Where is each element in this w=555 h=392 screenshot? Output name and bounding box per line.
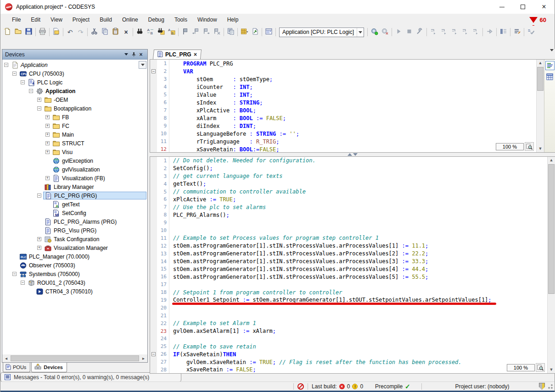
minimize-button[interactable] <box>491 0 512 14</box>
stop-button[interactable] <box>404 27 415 38</box>
scroll-down-icon[interactable]: ▼ <box>537 145 544 152</box>
implementation-line-28[interactable]: 28 xSaveRetain := FALSE; <box>150 366 547 373</box>
declaration-zoom-level[interactable]: 100 % <box>496 143 524 150</box>
implementation-line-10[interactable]: 10 <box>150 226 547 234</box>
scroll-up-icon[interactable]: ▲ <box>548 157 555 164</box>
implementation-line-22[interactable]: 22// Example to set Alarm 1 <box>150 320 547 327</box>
delete-button[interactable]: × <box>121 27 131 38</box>
menu-item-tools[interactable]: Tools <box>169 15 192 25</box>
logout-button[interactable] <box>380 27 390 38</box>
expand-icon[interactable]: + <box>37 98 41 102</box>
implementation-line-21[interactable]: 21 <box>150 312 547 320</box>
login-button[interactable] <box>369 27 380 38</box>
replace-in-project-button[interactable]: AB <box>166 27 177 38</box>
implementation-line-3[interactable]: 3// get current language for texts <box>150 172 547 180</box>
declaration-line-1[interactable]: 1PROGRAM PLC_PRG <box>150 60 536 67</box>
undo-button[interactable]: ↶ <box>65 27 75 38</box>
print-button[interactable] <box>37 27 48 38</box>
new-object-button[interactable] <box>239 27 250 38</box>
show-next-statement-button[interactable] <box>484 27 495 38</box>
tree-item-bootapplication[interactable]: −Bootapplication <box>2 104 147 113</box>
maximize-button[interactable] <box>512 0 533 14</box>
previous-bookmark-button[interactable] <box>191 27 201 38</box>
implementation-line-16[interactable]: 16stOem.astProgramGenerator[1].stIN.stPr… <box>150 273 547 281</box>
watch-list-button[interactable] <box>512 27 522 38</box>
implementation-line-7[interactable]: 7// Use the plc to set alarms <box>150 203 547 211</box>
scroll-up-icon[interactable]: ▲ <box>537 60 544 66</box>
find-button[interactable] <box>135 27 145 38</box>
implementation-line-23[interactable]: 23gvlOem.axSetAlarm[1] := xAlarm; <box>150 327 547 335</box>
tab-plc-prg[interactable]: PLC_PRG × <box>153 50 202 59</box>
menu-item-debug[interactable]: Debug <box>143 15 169 25</box>
declaration-line-2[interactable]: −2VAR <box>150 67 536 75</box>
implementation-line-24[interactable]: 24 <box>150 335 547 342</box>
menu-item-build[interactable]: Build <box>95 15 117 25</box>
tabular-view-button[interactable] <box>545 72 555 81</box>
tree-item-main[interactable]: +Main <box>2 130 147 139</box>
step-out-button[interactable] <box>449 27 460 38</box>
redo-button[interactable]: ↷ <box>75 27 86 38</box>
declaration-line-5[interactable]: 5 iValue : INT; <box>150 91 536 99</box>
expand-icon[interactable]: + <box>45 124 50 128</box>
implementation-line-5[interactable]: 5// communication to controller availabl… <box>150 188 547 196</box>
expand-icon[interactable]: + <box>45 176 50 180</box>
combo-dropdown-icon[interactable] <box>357 28 364 37</box>
declaration-line-8[interactable]: 8 xAlarm : BOOL := FALSE; <box>150 114 536 122</box>
replace-button[interactable]: AB <box>145 27 156 38</box>
declaration-scrollbar[interactable]: ▲ ▼ <box>536 60 544 152</box>
page-setup-button[interactable] <box>51 27 62 38</box>
tree-item-plc-prg-prg[interactable]: −PLC_PRG (PRG) <box>2 191 147 200</box>
implementation-line-19[interactable]: 19Controller1_Setpoint := stOem.astProgr… <box>150 296 547 304</box>
save-project-button[interactable] <box>23 27 34 38</box>
declaration-zoom-icon[interactable] <box>525 142 534 151</box>
implementation-line-4[interactable]: 4getText(); <box>150 180 547 188</box>
step-into-button[interactable] <box>439 27 449 38</box>
tree-filter-dropdown[interactable] <box>139 61 146 69</box>
expand-icon[interactable]: + <box>45 141 50 145</box>
build-button[interactable] <box>263 27 274 38</box>
implementation-line-2[interactable]: 2SetConfig(); <box>150 165 547 172</box>
fold-collapse-icon[interactable]: − <box>151 352 156 356</box>
find-in-project-button[interactable] <box>156 27 166 38</box>
collapse-icon[interactable]: − <box>37 193 41 198</box>
breakpoints-button[interactable] <box>415 27 425 38</box>
tab-close-icon[interactable]: × <box>194 51 197 58</box>
implementation-line-15[interactable]: 15stOem.astProgramGenerator[1].stIN.stPr… <box>150 265 547 273</box>
scroll-left-icon[interactable]: ◂ <box>2 356 10 361</box>
open-project-button[interactable] <box>13 27 23 38</box>
expand-icon[interactable]: + <box>45 150 50 154</box>
static-analysis-button[interactable] <box>526 27 536 38</box>
collapse-icon[interactable]: − <box>4 63 8 67</box>
tab-list-dropdown[interactable] <box>550 51 554 60</box>
devices-panel-header[interactable]: Devices × <box>2 50 147 60</box>
next-bookmark-button[interactable] <box>201 27 212 38</box>
add-object-button[interactable] <box>250 27 260 38</box>
view-tab-devices[interactable]: Devices <box>31 363 67 372</box>
close-button[interactable]: × <box>533 0 555 14</box>
tree-item-fc[interactable]: +FC <box>2 121 147 130</box>
tree-item-gettext[interactable]: AgetText <box>2 200 147 209</box>
cut-button[interactable] <box>89 27 100 38</box>
implementation-zoom-level[interactable]: 100 % <box>507 364 535 371</box>
implementation-line-18[interactable]: 18// Setpoint 1 from program controller … <box>150 288 547 296</box>
tree-item-library-manager[interactable]: Library Manager <box>2 182 147 191</box>
implementation-zoom-icon[interactable] <box>536 363 545 372</box>
tree-item-visualization-manager[interactable]: +Visualization Manager <box>2 243 147 252</box>
tree-item-prg-visu-prg[interactable]: PRG_Visu (PRG) <box>2 226 147 235</box>
menu-item-edit[interactable]: Edit <box>26 15 45 25</box>
declaration-line-11[interactable]: 11 rTrigLanguage : R_TRIG; <box>150 138 536 145</box>
implementation-line-25[interactable]: 25// Example to save retain <box>150 342 547 350</box>
tree-item-task-configuration[interactable]: +Task Configuration <box>2 235 147 243</box>
textual-view-button[interactable] <box>545 61 555 70</box>
tree-item-struct[interactable]: +STRUCT <box>2 139 147 148</box>
messages-bar[interactable]: Messages - Total 0 error(s), 0 warning(s… <box>0 372 181 382</box>
editor-splitter[interactable] <box>150 153 555 156</box>
implementation-line-14[interactable]: 14stOem.astProgramGenerator[1].stIN.stPr… <box>150 258 547 265</box>
declaration-line-7[interactable]: 7 xPlcActive : BOOL; <box>150 106 536 114</box>
paste-button[interactable] <box>110 27 121 38</box>
scroll-down-icon[interactable]: ▼ <box>548 366 555 373</box>
expand-icon[interactable]: + <box>45 133 50 137</box>
tree-item-cpu-705003[interactable]: −CPUCPU (705003) <box>2 69 147 78</box>
paste-special-button[interactable] <box>225 27 236 38</box>
expand-icon[interactable]: + <box>37 246 41 250</box>
